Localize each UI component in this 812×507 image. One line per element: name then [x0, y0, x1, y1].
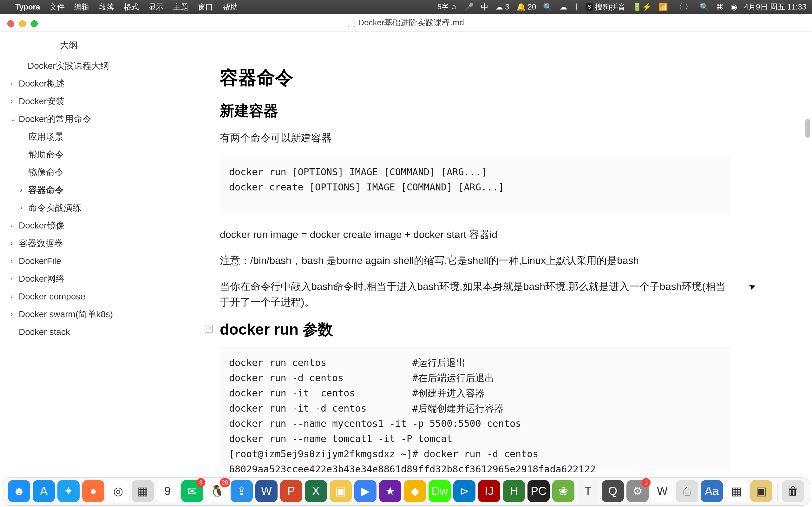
menu-edit[interactable]: 编辑 [74, 2, 90, 12]
dock-media-icon[interactable]: ▶ [354, 480, 376, 502]
siri-icon[interactable]: ◉ [730, 3, 737, 11]
code-block-1[interactable]: docker run [OPTIONS] IMAGE [COMMAND] [AR… [220, 156, 729, 214]
dock-safari-icon[interactable]: ✦ [57, 480, 80, 502]
menubar: Typora 文件 编辑 段落 格式 显示 主题 窗口 帮助 5字 ☺ 🎤 中 … [0, 0, 812, 14]
dock-imovie-icon[interactable]: ★ [379, 480, 401, 502]
heading-2[interactable]: 新建容器 [220, 102, 729, 119]
outline-list: Docker实践课程大纲›Docker概述›Docker安装⌄Docker的常用… [0, 57, 137, 347]
dock-badge: 20 [220, 478, 230, 487]
dock-firefox-icon[interactable]: ● [82, 480, 104, 502]
dock-hbuilder-icon[interactable]: H [503, 480, 525, 502]
menu-paragraph[interactable]: 段落 [99, 2, 114, 12]
editor-content[interactable]: 容器命令 新建容器 有两个命令可以新建容器 docker run [OPTION… [137, 32, 812, 472]
dock-typora-icon[interactable]: T [577, 480, 599, 502]
outline-item[interactable]: ›Docker镜像 [0, 217, 137, 234]
paragraph[interactable]: docker run image = docker create image +… [220, 227, 729, 243]
dock-qq-icon[interactable]: 🐧20 [206, 480, 228, 502]
dock-badge: 3 [196, 478, 205, 487]
outline-item[interactable]: ›Docker概述 [0, 75, 137, 93]
outline-item[interactable]: 帮助命令 [0, 146, 137, 164]
dock-pycharm-icon[interactable]: PC [527, 480, 550, 502]
outline-item[interactable]: ›命令实战演练 [0, 199, 137, 217]
bluetooth-icon[interactable]: ᚼ [574, 3, 578, 11]
minimize-window-button[interactable] [19, 20, 26, 27]
dock-excel-icon[interactable]: X [305, 480, 327, 502]
dock-appstore-icon[interactable]: A [33, 480, 55, 502]
battery-icon[interactable]: 🔋⚡ [632, 3, 652, 11]
menu-theme[interactable]: 主题 [173, 2, 189, 12]
dock-preview-icon[interactable]: ▦ [725, 480, 748, 502]
mic-icon[interactable]: 🎤 [464, 3, 474, 11]
code-block-2[interactable]: docker run centos #运行后退出 docker run -d c… [220, 347, 729, 472]
word-count-status[interactable]: 5字 ☺ [438, 2, 457, 12]
outline-item[interactable]: ›容器数据卷 [0, 234, 137, 252]
outline-item[interactable]: Docker实践课程大纲 [0, 57, 137, 75]
dock-quicktime-icon[interactable]: Q [602, 480, 624, 502]
wifi-icon[interactable]: 📶 [658, 3, 668, 11]
outline-item[interactable]: ›Docker网络 [0, 270, 137, 288]
dock-printer-icon[interactable]: ⎙ [676, 480, 698, 502]
outline-item[interactable]: ›Docker swarm(简单k8s) [0, 305, 137, 323]
outline-item[interactable]: Docker stack [0, 323, 137, 341]
document-icon [348, 19, 355, 27]
dock-dictionary-icon[interactable]: Aa [701, 480, 723, 502]
heading-3[interactable]: h3 docker run 参数 [220, 320, 729, 339]
app-menu[interactable]: Typora [15, 3, 40, 11]
ime-status[interactable]: S 搜狗拼音 [586, 2, 625, 12]
dock-folder-icon[interactable]: ▣ [329, 480, 352, 502]
outline-item[interactable]: ›Docker安装 [0, 93, 137, 110]
outline-item-label: Docker网络 [19, 274, 65, 283]
outline-item[interactable]: 应用场景 [0, 128, 137, 146]
code-icon[interactable]: 〈 〉 [675, 2, 693, 12]
notification-status-icon[interactable]: 🔔 20 [516, 3, 537, 11]
titlebar: Docker基础进阶实践课程.md [0, 14, 812, 32]
spotlight-icon[interactable]: 🔍 [543, 3, 553, 11]
outline-sidebar: 大纲 Docker实践课程大纲›Docker概述›Docker安装⌄Docker… [0, 32, 137, 472]
outline-item[interactable]: ›DockerFile [0, 252, 137, 270]
control-center-icon[interactable]: ⌘ [716, 3, 723, 11]
caret-icon: › [20, 187, 26, 193]
outline-item-label: DockerFile [19, 257, 61, 266]
dock-vscode-icon[interactable]: ⊳ [453, 480, 475, 502]
close-window-button[interactable] [7, 20, 14, 27]
dock-powerpoint-icon[interactable]: P [280, 480, 302, 502]
paragraph[interactable]: 当你在命令行中敲入bash命令时,相当于进入bash环境,如果本身就是bash环… [220, 279, 729, 310]
scrollbar-thumb[interactable] [805, 119, 810, 138]
outline-item-label: Docker stack [19, 328, 70, 337]
dock-word-icon[interactable]: W [255, 480, 277, 502]
dock-dreamweaver-icon[interactable]: Dw [428, 480, 451, 502]
dock-wps-icon[interactable]: W [651, 480, 673, 502]
cc-icon[interactable]: ☁ [560, 3, 567, 11]
outline-item[interactable]: ›Docker compose [0, 288, 137, 305]
clock-status[interactable]: 4月9日 周五 11:33 [744, 2, 806, 12]
paragraph[interactable]: 注意：/bin/bash，bash 是borne again shell的缩写,… [220, 253, 729, 269]
heading-level-badge: h3 [205, 325, 213, 333]
dock-calendar-icon[interactable]: 9 [156, 480, 179, 502]
menu-window[interactable]: 窗口 [198, 2, 213, 12]
dock-spring-icon[interactable]: ❀ [552, 480, 574, 502]
heading-1[interactable]: 容器命令 [220, 66, 729, 91]
input-language-indicator[interactable]: 中 [481, 2, 489, 12]
dock-trash-icon[interactable]: 🗑 [782, 480, 804, 502]
outline-item[interactable]: ⌄Docker的常用命令 [0, 110, 137, 128]
outline-item-label: Docker安装 [19, 97, 65, 106]
dock-settings-icon[interactable]: ⚙1 [626, 480, 649, 502]
dock-launchpad-icon[interactable]: ▦ [132, 480, 154, 502]
paragraph[interactable]: 有两个命令可以新建容器 [220, 130, 729, 146]
outline-item[interactable]: 镜像命令 [0, 164, 137, 181]
wechat-status-icon[interactable]: ☁ 3 [496, 3, 509, 11]
dock-finder-icon[interactable]: ☻ [8, 480, 30, 502]
dock-chrome-icon[interactable]: ◎ [107, 480, 129, 502]
dock-folder2-icon[interactable]: ▣ [750, 480, 772, 502]
menu-file[interactable]: 文件 [49, 2, 65, 12]
dock-misc1-icon[interactable]: ◆ [404, 480, 426, 502]
menu-help[interactable]: 帮助 [223, 2, 238, 12]
outline-item[interactable]: ›容器命令 [0, 181, 137, 199]
search-icon[interactable]: 🔍 [699, 3, 709, 11]
dock-airdrop-icon[interactable]: ⇪ [231, 480, 253, 502]
dock-wechat-icon[interactable]: ✉3 [181, 480, 203, 502]
menu-view[interactable]: 显示 [148, 2, 164, 12]
zoom-window-button[interactable] [31, 20, 38, 27]
dock-intellij-icon[interactable]: IJ [478, 480, 500, 502]
menu-format[interactable]: 格式 [124, 2, 139, 12]
